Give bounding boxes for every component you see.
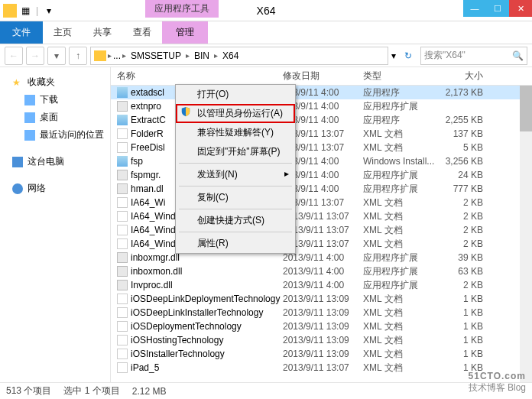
file-tab[interactable]: 文件 xyxy=(0,21,43,44)
file-row[interactable]: extnpro013/9/11 4:00应用程序扩展 xyxy=(111,99,532,113)
ctx-troubleshoot[interactable]: 兼容性疑难解答(Y) xyxy=(176,123,295,142)
maximize-button[interactable]: ☐ xyxy=(486,0,509,17)
folder-icon xyxy=(3,4,17,18)
home-tab[interactable]: 主页 xyxy=(43,21,83,44)
dropdown-icon[interactable]: ▾ xyxy=(391,50,396,61)
share-tab[interactable]: 共享 xyxy=(83,21,122,44)
breadcrumb[interactable]: ▸ ... ▸ SMSSETUP ▸ BIN ▸ X64 xyxy=(90,47,388,65)
scroll-thumb[interactable] xyxy=(520,86,532,131)
file-icon xyxy=(117,115,128,125)
scrollbar[interactable] xyxy=(520,86,532,388)
navigation-bar: ← → ▾ ↑ ▸ ... ▸ SMSSETUP ▸ BIN ▸ X64 ▾ ↻… xyxy=(0,44,532,67)
file-name: iOSDeploymentTechnology xyxy=(131,321,242,332)
minimize-button[interactable]: — xyxy=(463,0,486,17)
breadcrumb-more[interactable]: ... xyxy=(113,50,121,61)
file-row[interactable]: iOSDeepLinkDeploymentTechnology2013/9/11… xyxy=(111,292,532,306)
breadcrumb-item[interactable]: SMSSETUP xyxy=(128,50,184,61)
up-button[interactable]: ↑ xyxy=(69,47,87,65)
file-type: XML 文档 xyxy=(363,141,443,154)
file-size: 1 KB xyxy=(443,294,489,304)
chevron-right-icon[interactable]: ▸ xyxy=(108,51,112,60)
file-row[interactable]: inboxmon.dll2013/9/11 4:00应用程序扩展63 KB xyxy=(111,264,532,278)
file-row[interactable]: iPad_52013/9/11 13:07XML 文档1 KB xyxy=(111,361,532,375)
col-size[interactable]: 大小 xyxy=(443,70,489,83)
breadcrumb-item[interactable]: X64 xyxy=(219,50,242,61)
sidebar-this-pc[interactable]: 这台电脑 xyxy=(0,153,110,170)
manage-tab[interactable]: 管理 xyxy=(162,21,208,44)
ctx-pin-start[interactable]: 固定到"开始"屏幕(P) xyxy=(176,142,295,161)
file-row[interactable]: iOSInstallerTechnology2013/9/11 13:09XML… xyxy=(111,347,532,361)
file-name: fsp xyxy=(131,156,143,167)
file-row[interactable]: inboxmgr.dll2013/9/11 4:00应用程序扩展39 KB xyxy=(111,251,532,264)
ctx-properties[interactable]: 属性(R) xyxy=(176,234,295,253)
titlebar: ▦ | ▾ 应用程序工具 X64 — ☐ ✕ xyxy=(0,0,532,21)
file-row[interactable]: fsp013/9/11 4:00Windows Install...3,256 … xyxy=(111,154,532,168)
file-row[interactable]: FolderR013/9/11 13:07XML 文档137 KB xyxy=(111,127,532,141)
ctx-run-as-admin[interactable]: 以管理员身份运行(A) xyxy=(176,104,295,123)
file-type: XML 文档 xyxy=(363,210,443,223)
refresh-button[interactable]: ↻ xyxy=(399,47,417,65)
file-row[interactable]: ExtractC013/9/11 4:00应用程序2,255 KB xyxy=(111,113,532,127)
ctx-create-shortcut[interactable]: 创建快捷方式(S) xyxy=(176,211,295,230)
file-type: 应用程序 xyxy=(363,86,443,99)
file-row[interactable]: extadscl013/9/11 4:00应用程序2,173 KB xyxy=(111,86,532,99)
sidebar-network[interactable]: 网络 xyxy=(0,180,110,197)
file-name: iOSInstallerTechnology xyxy=(131,349,225,359)
sidebar-favorites[interactable]: ★收藏夹 xyxy=(0,73,110,91)
ribbon-context-tab[interactable]: 应用程序工具 xyxy=(145,0,219,18)
file-icon xyxy=(117,252,128,263)
separator xyxy=(179,186,292,187)
col-type[interactable]: 类型 xyxy=(363,70,443,83)
file-name: extnpro xyxy=(131,101,161,112)
network-icon xyxy=(12,183,23,194)
file-size: 137 KB xyxy=(443,128,489,139)
file-date: 2013/9/11 13:09 xyxy=(283,321,363,332)
chevron-right-icon[interactable]: ▸ xyxy=(214,51,218,60)
ctx-copy[interactable]: 复制(C) xyxy=(176,188,295,207)
chevron-right-icon[interactable]: ▸ xyxy=(186,51,190,60)
sidebar-downloads[interactable]: 下载 xyxy=(0,91,110,109)
file-row[interactable]: iOSHostingTechnology2013/9/11 13:09XML 文… xyxy=(111,333,532,347)
star-icon: ★ xyxy=(12,77,23,88)
file-type: Windows Install... xyxy=(363,156,443,167)
file-type: XML 文档 xyxy=(363,196,443,209)
back-button[interactable]: ← xyxy=(5,47,23,65)
sidebar-recent[interactable]: 最近访问的位置 xyxy=(0,126,110,144)
file-row[interactable]: hman.dl013/9/11 4:00应用程序扩展777 KB xyxy=(111,182,532,196)
sidebar-desktop[interactable]: 桌面 xyxy=(0,109,110,126)
close-button[interactable]: ✕ xyxy=(509,0,532,17)
view-tab[interactable]: 查看 xyxy=(122,21,162,44)
breadcrumb-item[interactable]: BIN xyxy=(191,50,212,61)
file-row[interactable]: iOSDeepLinkInstallerTechnology2013/9/11 … xyxy=(111,306,532,320)
file-size: 2 KB xyxy=(443,197,489,208)
file-type: XML 文档 xyxy=(363,334,443,347)
ctx-open[interactable]: 打开(O) xyxy=(176,85,295,104)
file-row[interactable]: IA64_Windows_Server_2008_SP22013/9/11 13… xyxy=(111,237,532,251)
col-date[interactable]: 修改日期 xyxy=(283,70,363,83)
dropdown-icon[interactable]: ▾ xyxy=(42,4,56,18)
file-row[interactable]: IA64_Windows_Server_2008_original_...201… xyxy=(111,223,532,237)
window-title: X64 xyxy=(257,5,276,17)
file-name: iOSDeepLinkDeploymentTechnology xyxy=(131,294,280,304)
column-headers: 名称 修改日期 类型 大小 xyxy=(111,67,532,86)
file-row[interactable]: FreeDisl013/9/11 13:07XML 文档5 KB xyxy=(111,141,532,154)
file-icon xyxy=(117,197,128,208)
properties-icon[interactable]: ▦ xyxy=(18,4,32,18)
history-dropdown[interactable]: ▾ xyxy=(47,47,66,65)
col-name[interactable]: 名称 xyxy=(111,70,283,83)
file-row[interactable]: iOSDeploymentTechnology2013/9/11 13:09XM… xyxy=(111,320,532,333)
forward-button[interactable]: → xyxy=(26,47,44,65)
file-row[interactable]: fspmgr.013/9/11 4:00应用程序扩展24 KB xyxy=(111,168,532,182)
selected-size: 2.12 MB xyxy=(132,386,167,397)
ctx-send-to[interactable]: 发送到(N)▸ xyxy=(176,165,295,184)
file-row[interactable]: IA64_Windows_Server_2003_SP22013/9/11 13… xyxy=(111,209,532,223)
file-name: inboxmon.dll xyxy=(131,266,182,277)
file-size: 1 KB xyxy=(443,349,489,359)
file-row[interactable]: IA64_Wi013/9/11 13:07XML 文档2 KB xyxy=(111,196,532,209)
search-input[interactable]: 搜索"X64" 🔍 xyxy=(420,47,527,65)
file-row[interactable]: Invproc.dll2013/9/11 4:00应用程序扩展2 KB xyxy=(111,278,532,292)
chevron-right-icon[interactable]: ▸ xyxy=(122,51,126,60)
search-icon: 🔍 xyxy=(512,50,524,61)
file-size: 24 KB xyxy=(443,170,489,180)
file-icon xyxy=(117,349,128,359)
